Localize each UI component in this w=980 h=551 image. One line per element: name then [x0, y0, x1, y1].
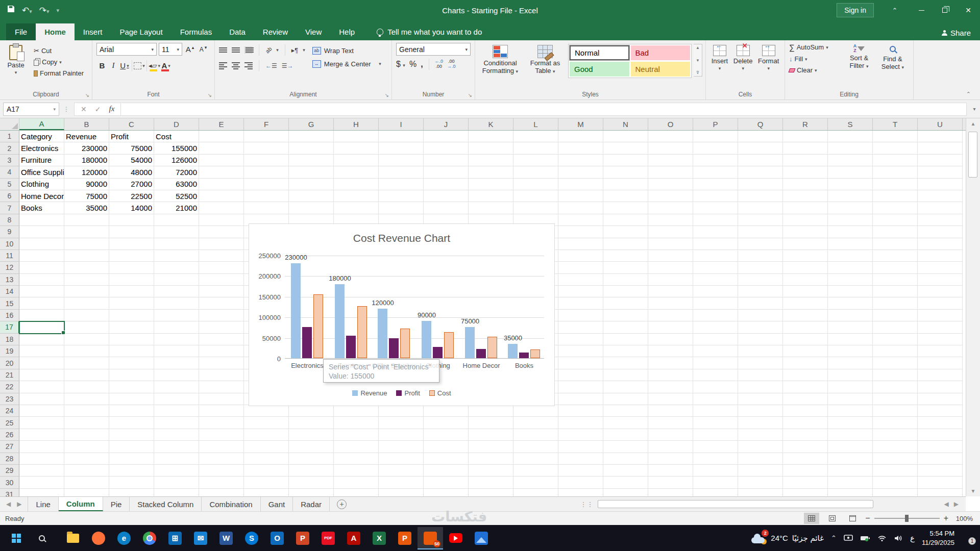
cell-C26[interactable] — [109, 429, 154, 441]
row-header-28[interactable]: 28 — [0, 453, 19, 465]
cell-P27[interactable] — [693, 441, 738, 453]
weather-widget[interactable]: 2 24°C غائم جزئيًا — [751, 532, 824, 544]
bar-revenue[interactable] — [291, 263, 301, 358]
cell-D3[interactable]: 126000 — [154, 155, 199, 166]
cell-L7[interactable] — [513, 202, 558, 214]
bar-revenue[interactable] — [335, 284, 345, 358]
cell-style-neutral[interactable]: Neutral — [631, 62, 691, 77]
cell-P2[interactable] — [693, 142, 738, 154]
volume-icon[interactable] — [894, 535, 903, 542]
cell-I5[interactable] — [379, 179, 424, 190]
cell-A17[interactable] — [19, 321, 64, 333]
cancel-icon[interactable]: ✕ — [81, 105, 87, 113]
bar-revenue[interactable] — [378, 309, 387, 358]
tab-insert[interactable]: Insert — [75, 23, 111, 40]
cell-K3[interactable] — [469, 155, 513, 166]
cell-D1[interactable]: Cost — [154, 131, 199, 142]
cell-B23[interactable] — [64, 393, 109, 405]
cell-O11[interactable] — [648, 250, 693, 262]
cell-K7[interactable] — [469, 202, 513, 214]
cell-N28[interactable] — [603, 453, 648, 465]
cell-D22[interactable] — [154, 381, 199, 393]
cell-G31[interactable] — [289, 489, 334, 496]
cell-style-normal[interactable]: Normal — [570, 45, 629, 60]
fill-color-button[interactable]: ◂▱▾ — [149, 59, 160, 72]
cell-J2[interactable] — [424, 142, 469, 154]
cell-O28[interactable] — [648, 453, 693, 465]
cell-S15[interactable] — [828, 297, 873, 309]
number-dialog-launcher[interactable]: ↘ — [468, 92, 472, 98]
taskbar-app-edge[interactable]: e — [111, 527, 137, 549]
cell-E3[interactable] — [199, 155, 244, 166]
cell-N11[interactable] — [603, 250, 648, 262]
cell-O20[interactable] — [648, 357, 693, 369]
row-header-1[interactable]: 1 — [0, 131, 19, 142]
bar-profit[interactable] — [519, 353, 529, 358]
cell-D10[interactable] — [154, 238, 199, 250]
cell-U26[interactable] — [918, 429, 963, 441]
cell-E2[interactable] — [199, 142, 244, 154]
cell-R25[interactable] — [783, 417, 828, 429]
cell-B17[interactable] — [64, 321, 109, 333]
cell-H24[interactable] — [334, 405, 379, 417]
row-header-30[interactable]: 30 — [0, 477, 19, 488]
cell-N25[interactable] — [603, 417, 648, 429]
cell-O31[interactable] — [648, 489, 693, 496]
cell-S27[interactable] — [828, 441, 873, 453]
cell-K29[interactable] — [469, 465, 513, 477]
cell-N16[interactable] — [603, 310, 648, 321]
cell-P1[interactable] — [693, 131, 738, 142]
cell-N10[interactable] — [603, 238, 648, 250]
column-header-S[interactable]: S — [828, 118, 873, 130]
cell-U25[interactable] — [918, 417, 963, 429]
cell-D25[interactable] — [154, 417, 199, 429]
sheet-tab-stacked-column[interactable]: Stacked Column — [130, 497, 202, 511]
cell-B28[interactable] — [64, 453, 109, 465]
cell-Q10[interactable] — [738, 238, 783, 250]
cell-E19[interactable] — [199, 345, 244, 357]
cell-I2[interactable] — [379, 142, 424, 154]
cell-B8[interactable] — [64, 214, 109, 226]
cell-D4[interactable]: 72000 — [154, 166, 199, 178]
cell-U20[interactable] — [918, 357, 963, 369]
cell-H29[interactable] — [334, 465, 379, 477]
grow-font-button[interactable]: A▴ — [184, 43, 195, 56]
bar-profit[interactable] — [476, 349, 486, 358]
cell-U3[interactable] — [918, 155, 963, 166]
cell-J26[interactable] — [424, 429, 469, 441]
taskbar-app-pdf-reader[interactable]: PDF — [315, 527, 341, 549]
cell-P9[interactable] — [693, 226, 738, 238]
row-header-13[interactable]: 13 — [0, 274, 19, 286]
cell-N17[interactable] — [603, 321, 648, 333]
cell-C17[interactable] — [109, 321, 154, 333]
cell-G4[interactable] — [289, 166, 334, 178]
cell-U5[interactable] — [918, 179, 963, 190]
taskbar-search-button[interactable] — [32, 527, 52, 549]
tray-chevron-icon[interactable]: ⌃ — [831, 534, 837, 542]
share-button[interactable]: Share — [942, 29, 971, 37]
cell-E8[interactable] — [199, 214, 244, 226]
taskbar-app-pdf-xchange[interactable]: P — [392, 527, 418, 549]
cell-M19[interactable] — [558, 345, 603, 357]
cell-T19[interactable] — [873, 345, 918, 357]
cell-I7[interactable] — [379, 202, 424, 214]
cell-P22[interactable] — [693, 381, 738, 393]
cell-M20[interactable] — [558, 357, 603, 369]
cell-U11[interactable] — [918, 250, 963, 262]
bar-cost[interactable] — [444, 332, 454, 358]
cell-P16[interactable] — [693, 310, 738, 321]
cell-O14[interactable] — [648, 286, 693, 297]
cell-O23[interactable] — [648, 393, 693, 405]
cell-Q6[interactable] — [738, 190, 783, 202]
cell-L1[interactable] — [513, 131, 558, 142]
cell-C20[interactable] — [109, 357, 154, 369]
cell-D9[interactable] — [154, 226, 199, 238]
cell-L31[interactable] — [513, 489, 558, 496]
cell-R8[interactable] — [783, 214, 828, 226]
cell-Q29[interactable] — [738, 465, 783, 477]
cell-E31[interactable] — [199, 489, 244, 496]
cell-F6[interactable] — [244, 190, 289, 202]
cell-U23[interactable] — [918, 393, 963, 405]
cell-B16[interactable] — [64, 310, 109, 321]
close-button[interactable]: ✕ — [957, 0, 980, 20]
